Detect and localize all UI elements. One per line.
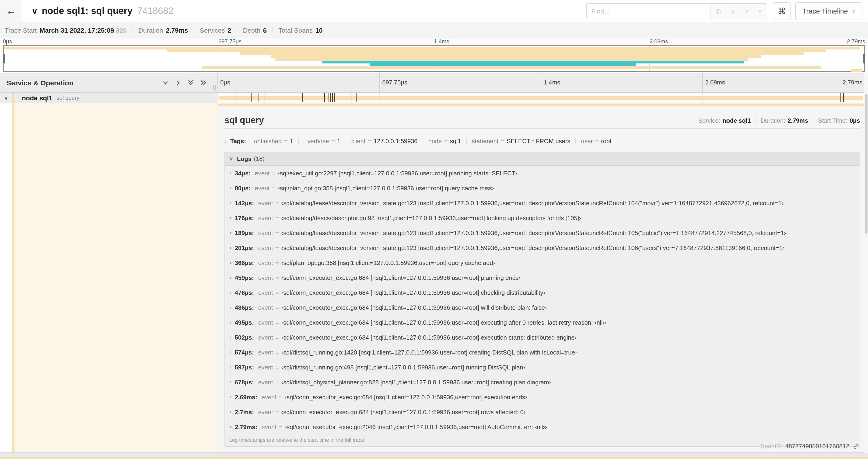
minimap-span-rows: [4, 47, 864, 70]
log-time: 34μs:: [235, 170, 251, 176]
keyboard-shortcuts-button[interactable]: ⌘: [773, 2, 790, 20]
log-entry-row[interactable]: ›366μs:event=‹sql/plan_opt.go:358 [nsql1…: [225, 255, 860, 270]
log-marker-tick: [331, 93, 331, 102]
summary-item: Services2: [200, 26, 231, 34]
deep-link-icon[interactable]: [852, 443, 859, 450]
minimap-left-handle[interactable]: [3, 54, 5, 63]
back-button[interactable]: ←: [0, 0, 22, 22]
log-entry-row[interactable]: ›476μs:event=‹sql/conn_executor_exec.go:…: [225, 285, 860, 300]
log-value: ‹sql/conn_executor_exec.go:684 [nsql1,cl…: [281, 274, 521, 281]
log-entry-row[interactable]: ›2.69ms:event=‹sql/conn_executor_exec.go…: [225, 390, 860, 404]
log-marker-tick: [332, 93, 333, 102]
next-match-icon[interactable]: ∨: [743, 7, 750, 14]
tags-expand-icon[interactable]: ›: [224, 137, 226, 144]
collapse-controls: [162, 79, 207, 86]
span-operation-name: sql query: [57, 94, 79, 101]
log-field: event: [258, 214, 273, 221]
service-operation-title: Service & Operation: [6, 79, 73, 87]
log-entry-row[interactable]: ›80μs:event=‹sql/plan_opt.go:358 [nsql1,…: [225, 181, 860, 195]
clear-find-icon[interactable]: ×: [757, 7, 763, 14]
log-expand-icon[interactable]: ›: [227, 200, 234, 206]
log-entry-row[interactable]: ›459μs:event=‹sql/conn_executor_exec.go:…: [225, 270, 860, 285]
summary-item: Depth6: [243, 26, 267, 34]
log-expand-icon[interactable]: ›: [227, 289, 234, 296]
summary-divider: [272, 26, 273, 34]
span-collapse-icon[interactable]: ∨: [0, 94, 12, 101]
command-icon: ⌘: [777, 6, 786, 16]
log-expand-icon[interactable]: ›: [227, 364, 234, 370]
scrollbar-thumb[interactable]: [865, 94, 868, 234]
prev-match-icon[interactable]: ∧: [730, 7, 736, 14]
log-entry-row[interactable]: ›201μs:event=‹sql/catalog/lease/descript…: [225, 240, 860, 255]
log-expand-icon[interactable]: ›: [227, 349, 234, 355]
log-value: ‹sql/conn_executor_exec.go:684 [nsql1,cl…: [285, 393, 527, 400]
log-value: ‹sql/distsql_physical_planner.go:828 [ns…: [281, 379, 551, 386]
logs-header[interactable]: ∨ Logs (18): [225, 152, 860, 166]
log-field: event: [258, 244, 273, 251]
log-expand-icon[interactable]: ›: [227, 215, 234, 221]
logs-collapse-icon: ∨: [229, 155, 233, 162]
minimap-canvas[interactable]: [3, 45, 865, 72]
tag-value: 1: [337, 137, 340, 144]
log-expand-icon[interactable]: ›: [227, 274, 234, 281]
vertical-scrollbar[interactable]: [864, 73, 868, 459]
service-color-stripe: [12, 93, 14, 103]
log-expand-icon[interactable]: ›: [227, 424, 234, 430]
collapse-all-icon[interactable]: [162, 80, 168, 86]
span-row-label[interactable]: ∨ node sql1 sql query: [0, 93, 218, 103]
log-value: ‹sql/conn_executor_exec.go:684 [nsql1,cl…: [281, 334, 577, 341]
log-entry-row[interactable]: ›502μs:event=‹sql/conn_executor_exec.go:…: [225, 330, 860, 345]
log-entry-row[interactable]: ›176μs:event=‹sql/catalog/descs/descript…: [225, 210, 860, 225]
log-expand-icon[interactable]: ›: [227, 408, 234, 415]
minimap-right-handle[interactable]: [863, 54, 865, 63]
minimap-tick-label: 1.4ms: [434, 38, 449, 45]
log-expand-icon[interactable]: ›: [227, 334, 234, 340]
log-time: 142μs:: [235, 199, 254, 206]
expand-one-icon[interactable]: [175, 80, 181, 86]
log-value: ‹sql/distsql_running.go:498 [nsql1,clien…: [281, 364, 525, 371]
log-entry-row[interactable]: ›189μs:event=‹sql/catalog/lease/descript…: [225, 225, 860, 240]
collapse-deep-icon[interactable]: [188, 79, 194, 86]
log-time: 574μs:: [235, 349, 254, 356]
ruler-tick: 1.4ms: [541, 73, 541, 92]
log-expand-icon[interactable]: ›: [227, 244, 234, 251]
log-entry-row[interactable]: ›142μs:event=‹sql/catalog/lease/descript…: [225, 195, 860, 210]
log-value: ‹sql/distsql_running.go:1420 [nsql1,clie…: [281, 349, 577, 356]
log-marker-tick: [262, 93, 262, 102]
scroll-to-match-icon[interactable]: ◎: [715, 7, 722, 14]
log-entry-row[interactable]: ›2.79ms:event=‹sql/conn_executor_exec.go…: [225, 419, 860, 434]
log-time: 176μs:: [235, 214, 254, 221]
bottom-row-strip: [0, 453, 868, 459]
log-entry-row[interactable]: ›486μs:event=‹sql/conn_executor_exec.go:…: [225, 300, 860, 315]
log-marker-tick: [843, 93, 843, 102]
log-entry-row[interactable]: ›495μs:event=‹sql/conn_executor_exec.go:…: [225, 315, 860, 330]
tags-row[interactable]: › Tags: _unfinished=1_verbose=1client=12…: [224, 136, 860, 146]
log-marker-tick: [265, 93, 265, 102]
span-row-track[interactable]: [218, 93, 864, 103]
log-expand-icon[interactable]: ›: [227, 304, 234, 311]
collapse-trace-icon[interactable]: ∨: [32, 6, 37, 16]
tag-key: client: [351, 137, 365, 144]
log-expand-icon[interactable]: ›: [227, 170, 234, 176]
view-selector-button[interactable]: Trace Timeline ∨: [795, 2, 862, 20]
log-marker-tick: [328, 93, 329, 102]
log-expand-icon[interactable]: ›: [227, 185, 234, 191]
expand-deep-icon[interactable]: [200, 80, 207, 86]
log-field: event: [258, 334, 273, 341]
log-expand-icon[interactable]: ›: [227, 319, 234, 326]
log-expand-icon[interactable]: ›: [227, 394, 234, 400]
log-entry-row[interactable]: ›574μs:event=‹sql/distsql_running.go:142…: [225, 345, 860, 360]
log-time: 678μs:: [235, 379, 254, 386]
span-duration-bar[interactable]: [219, 95, 863, 100]
log-value: ‹sql/catalog/lease/descriptor_version_st…: [281, 229, 786, 236]
column-resize-handle[interactable]: [213, 85, 217, 91]
log-entry-row[interactable]: ›678μs:event=‹sql/distsql_physical_plann…: [225, 374, 860, 390]
log-expand-icon[interactable]: ›: [227, 259, 234, 266]
log-expand-icon[interactable]: ›: [227, 230, 234, 236]
log-entry-row[interactable]: ›2.7ms:event=‹sql/conn_executor_exec.go:…: [225, 404, 860, 419]
log-expand-icon[interactable]: ›: [227, 379, 234, 385]
find-input[interactable]: [587, 3, 710, 19]
log-field: event: [258, 364, 273, 371]
log-entry-row[interactable]: ›597μs:event=‹sql/distsql_running.go:498…: [225, 360, 860, 374]
log-entry-row[interactable]: ›34μs:event=‹sql/exec_util.go:2297 [nsql…: [225, 166, 860, 181]
